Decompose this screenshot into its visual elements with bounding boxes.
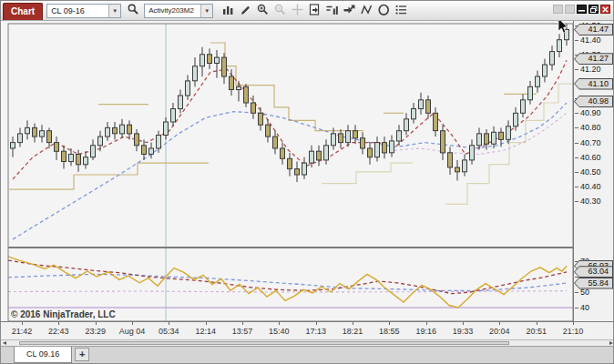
axis-tick <box>575 292 578 293</box>
time-axis-tick <box>279 322 280 325</box>
zoom-in-icon <box>256 3 270 19</box>
axis-tick <box>575 277 578 278</box>
strategies-icon <box>343 3 356 19</box>
minimize-icon <box>578 6 585 12</box>
pencil-icon <box>239 3 252 19</box>
time-axis-tick <box>58 322 59 325</box>
time-axis-label: 18:21 <box>333 327 373 336</box>
time-axis-label: 20:51 <box>517 327 557 336</box>
axis-tick <box>575 172 578 173</box>
restore-button[interactable] <box>588 5 599 14</box>
zigzag-icon <box>360 3 374 19</box>
time-axis-label: 15:40 <box>259 327 299 336</box>
inactive-button <box>565 5 575 14</box>
zoom-in-button[interactable] <box>255 4 271 18</box>
chevron-down-icon[interactable]: ▼ <box>108 5 120 17</box>
minimize-button[interactable] <box>577 5 587 14</box>
scrollbar-thumb[interactable] <box>19 341 509 345</box>
time-axis-label: 20:04 <box>479 327 519 336</box>
axis-tick-label: 40.70 <box>580 138 601 147</box>
axis-tick <box>575 201 578 202</box>
search-icon <box>127 3 139 18</box>
axis-tick-label: 41.20 <box>580 65 601 74</box>
snapshot-button[interactable] <box>307 4 322 18</box>
time-axis-tick <box>22 322 23 325</box>
axis-tick <box>575 127 578 128</box>
time-axis-label: 13:57 <box>222 327 262 336</box>
axis-tick-label: 40.40 <box>580 182 601 191</box>
time-axis-tick <box>426 322 427 325</box>
zoom-out-button <box>272 4 288 18</box>
time-axis[interactable]: 21:4222:4323:29Aug 0405:3412:1413:5715:4… <box>1 321 614 339</box>
time-axis-tick <box>242 322 243 325</box>
time-axis-label: 17:13 <box>296 327 336 336</box>
tab-cl-09-16[interactable]: CL 09.16 <box>14 347 72 363</box>
indicators-icon <box>325 3 339 19</box>
time-axis-label: 18:55 <box>369 327 409 336</box>
price-axis[interactable]: 41.5041.4041.3041.2041.1041.0040.9040.80… <box>573 21 614 321</box>
time-axis-label: 21:10 <box>553 327 593 336</box>
time-axis-tick <box>499 322 500 325</box>
time-axis-tick <box>206 322 207 325</box>
time-axis-label: 05:34 <box>148 327 189 336</box>
chart-style-icon <box>221 3 235 19</box>
axis-tick-label: 41.40 <box>580 35 601 45</box>
objects-list-icon <box>394 3 408 19</box>
chart-style-button[interactable] <box>220 4 236 18</box>
ellipse-button[interactable] <box>376 4 392 18</box>
price-marker-badge: 41.47 <box>574 24 613 35</box>
close-icon <box>602 6 609 13</box>
objects-list-button[interactable] <box>394 4 409 18</box>
horizontal-scrollbar[interactable] <box>1 339 614 346</box>
pencil-button[interactable] <box>238 4 253 18</box>
window-titlebar: Chart CL 09-16 ▼ Activity203M2 ▼ <box>1 1 613 21</box>
axis-tick <box>575 113 578 114</box>
price-marker-badge: 40.98 <box>574 96 613 107</box>
time-axis-tick <box>316 322 317 325</box>
time-axis-tick <box>132 322 133 325</box>
snapshot-icon <box>308 3 322 19</box>
interval-selector[interactable]: Activity203M2 ▼ <box>144 4 213 18</box>
indicators-button[interactable] <box>324 4 340 18</box>
time-axis-label: Aug 04 <box>112 327 152 336</box>
zigzag-button[interactable] <box>359 4 374 18</box>
price-marker-badge: 63.04 <box>574 266 613 278</box>
time-axis-tick <box>389 322 390 325</box>
restore-icon <box>590 6 598 13</box>
axis-tick <box>575 157 578 158</box>
instrument-search-button[interactable] <box>125 4 140 18</box>
ellipse-icon <box>377 3 391 19</box>
chart-window: Chart CL 09-16 ▼ Activity203M2 ▼ <box>0 0 614 364</box>
time-axis-label: 23:29 <box>76 327 116 336</box>
axis-tick <box>575 308 578 308</box>
time-axis-tick <box>96 322 97 325</box>
crosshair-button <box>290 4 305 18</box>
scroll-right-icon[interactable] <box>609 341 613 345</box>
close-button[interactable] <box>600 5 610 14</box>
time-axis-label: 22:43 <box>38 327 78 336</box>
chart-tab-strip: CL 09.16 + <box>1 346 613 363</box>
time-axis-tick <box>573 322 574 325</box>
strategies-button[interactable] <box>342 4 357 18</box>
scroll-left-icon[interactable] <box>3 341 6 345</box>
chart-tab[interactable]: Chart <box>3 3 43 20</box>
crosshair-icon <box>291 3 304 19</box>
axis-tick-label: 40.80 <box>580 123 601 132</box>
axis-tick <box>575 143 578 144</box>
time-axis-label: 19:33 <box>443 327 483 336</box>
time-axis-label: 12:14 <box>186 327 226 336</box>
copyright-text: © 2016 NinjaTrader, LLC <box>11 309 116 319</box>
axis-tick <box>575 69 578 70</box>
window-controls <box>553 5 610 14</box>
toolbar-icon-row <box>220 4 409 18</box>
time-axis-label: 19:16 <box>406 327 446 336</box>
interval-value: Activity203M2 <box>148 6 194 15</box>
chevron-down-icon[interactable]: ▼ <box>200 5 212 17</box>
time-axis-tick <box>537 322 537 325</box>
price-marker-badge: 41.10 <box>574 78 613 90</box>
axis-tick <box>575 187 578 187</box>
add-tab-button[interactable]: + <box>75 348 89 361</box>
axis-tick <box>575 40 578 41</box>
time-axis-tick <box>353 322 353 325</box>
instrument-selector[interactable]: CL 09-16 ▼ <box>46 4 121 18</box>
